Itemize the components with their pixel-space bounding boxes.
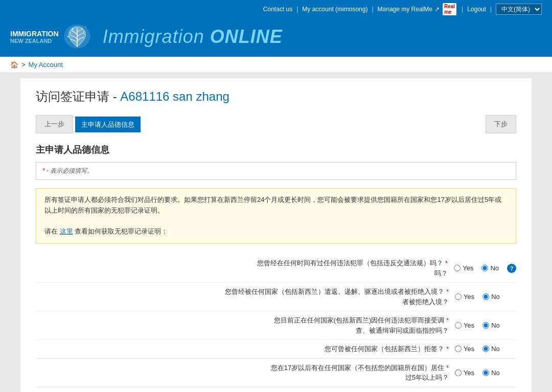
radio-group-5: Yes No	[455, 369, 516, 377]
question-row-2: 您曾经被任何国家（包括新西兰）遣返、递解、驱逐出境或者被拒绝入境？ * 者被拒绝…	[36, 283, 516, 311]
next-step-button[interactable]: 下步	[486, 115, 516, 133]
site-header: IMMIGRATION NEW ZEALAND	[0, 18, 552, 57]
section-title: 主申请人品德信息	[36, 144, 516, 156]
required-marker-1: *	[445, 259, 448, 267]
home-icon[interactable]: 🏠	[10, 61, 18, 68]
svg-point-2	[81, 28, 82, 29]
title-prefix: 访问签证申请	[36, 89, 109, 103]
question-text-5: 您在17岁以后有在任何国家（不包括您的国籍所在国）居住 * 过5年以上吗？	[36, 363, 455, 383]
contact-link[interactable]: Contact us	[263, 6, 292, 13]
info-text-1: 所有签证申请人都必须符合我们对品行的要求。如果您打算在新西兰停留24个月或更长时…	[44, 195, 508, 216]
my-account-link[interactable]: My account (mimosong)	[302, 6, 367, 13]
realme-badge: Realme	[443, 3, 456, 15]
q4-no-label[interactable]: No	[482, 345, 500, 353]
q3-yes-radio[interactable]	[455, 322, 462, 329]
manage-realme-link[interactable]: Manage my RealMe	[378, 6, 432, 13]
asterisk: *	[42, 167, 45, 174]
breadcrumb-separator: >	[21, 61, 26, 68]
q4-no-radio[interactable]	[482, 345, 489, 352]
logo-immigration-text: IMMIGRATION	[10, 30, 59, 38]
question-text-1: 您曾经在任何时间有过任何违法犯罪（包括违反交通法规）吗？ * 吗？	[36, 258, 454, 278]
page-title: 访问签证申请 - A681116 san zhang	[36, 88, 516, 105]
application-id: A681116 san zhang	[120, 89, 229, 103]
q3-no-label[interactable]: No	[482, 321, 500, 329]
q2-no-label[interactable]: No	[482, 293, 500, 301]
breadcrumb: 🏠 > My Account	[0, 57, 552, 73]
question-row-3: 您目前正在任何国家(包括新西兰)因任何违法犯罪而接受调 * 查、被通缉审问或面临…	[36, 311, 516, 340]
site-title: Immigration ONLINE	[103, 26, 283, 48]
q5-yes-radio[interactable]	[455, 370, 462, 376]
question-text-4: 您可曾被任何国家（包括新西兰）拒签？ *	[36, 344, 455, 354]
q1-no-label[interactable]: No	[481, 264, 499, 272]
title-dash: -	[113, 89, 121, 103]
my-account-breadcrumb[interactable]: My Account	[29, 61, 63, 68]
svg-point-1	[72, 29, 73, 30]
info-text-2: 请在 这里 查看如何获取无犯罪记录证明：	[44, 226, 508, 237]
prev-step-button[interactable]: 上一步	[36, 115, 73, 133]
q1-yes-radio[interactable]	[454, 265, 461, 271]
main-content: 访问签证申请 - A681116 san zhang 上一步 主申请人品德信息 …	[20, 78, 532, 392]
svg-point-3	[70, 32, 71, 33]
language-select[interactable]: 中文(简体) English	[496, 4, 542, 15]
radio-group-2: Yes No	[455, 293, 516, 301]
q1-yes-label[interactable]: Yes	[454, 264, 473, 272]
required-marker-3: *	[446, 316, 449, 324]
logo-area: IMMIGRATION NEW ZEALAND	[10, 22, 93, 51]
top-nav-bar: Contact us | My account (mimosong) | Man…	[0, 0, 552, 18]
q3-no-radio[interactable]	[482, 322, 489, 329]
title-online: ONLINE	[210, 26, 283, 47]
q4-yes-label[interactable]: Yes	[455, 345, 474, 353]
q5-no-label[interactable]: No	[482, 369, 500, 377]
external-link-icon: ↗	[434, 6, 440, 13]
q5-yes-label[interactable]: Yes	[455, 369, 474, 377]
info-link[interactable]: 这里	[60, 227, 73, 235]
required-marker-2: *	[446, 288, 449, 295]
svg-point-6	[85, 27, 86, 27]
q3-yes-label[interactable]: Yes	[455, 321, 474, 329]
step-selector-wrapper: 主申请人品德信息	[75, 117, 484, 132]
radio-group-3: Yes No	[455, 321, 516, 329]
question-text-3: 您目前正在任何国家(包括新西兰)因任何违法犯罪而接受调 * 查、被通缉审问或面临…	[36, 315, 455, 335]
q2-yes-radio[interactable]	[455, 293, 462, 300]
step-navigation: 上一步 主申请人品德信息 下步	[36, 115, 516, 133]
required-note: * - 表示必须填写。	[36, 162, 516, 180]
question-row-6: 您在过去的申请中曾经提交过 China 签发的无犯罪记录证明 * 吗？ Yes …	[36, 387, 516, 392]
radio-group-4: Yes No	[455, 345, 516, 353]
title-immigration: Immigration	[103, 26, 210, 47]
svg-point-4	[83, 31, 84, 32]
fern-icon	[62, 22, 93, 51]
question-row-4: 您可曾被任何国家（包括新西兰）拒签？ * Yes No	[36, 340, 516, 359]
info-box: 所有签证申请人都必须符合我们对品行的要求。如果您打算在新西兰停留24个月或更长时…	[36, 188, 516, 244]
q5-no-radio[interactable]	[482, 370, 489, 376]
q1-help-icon[interactable]: ?	[507, 264, 516, 273]
step-selector[interactable]: 主申请人品德信息	[75, 117, 141, 132]
q2-no-radio[interactable]	[482, 293, 489, 300]
q2-yes-label[interactable]: Yes	[455, 293, 474, 301]
question-row-1: 您曾经在任何时间有过任何违法犯罪（包括违反交通法规）吗？ * 吗？ Yes No…	[36, 254, 516, 283]
question-text-2: 您曾经被任何国家（包括新西兰）遣返、递解、驱逐出境或者被拒绝入境？ * 者被拒绝…	[36, 287, 455, 307]
q4-yes-radio[interactable]	[455, 345, 462, 352]
radio-group-1: Yes No ?	[454, 264, 516, 273]
questions-container: 您曾经在任何时间有过任何违法犯罪（包括违反交通法规）吗？ * 吗？ Yes No…	[36, 254, 516, 392]
question-row-5: 您在17岁以后有在任何国家（不包括您的国籍所在国）居住 * 过5年以上吗？ Ye…	[36, 359, 516, 387]
required-text: - 表示必须填写。	[47, 167, 93, 174]
required-marker-4: *	[446, 345, 449, 353]
logo-newzealand-text: NEW ZEALAND	[10, 38, 59, 44]
svg-point-5	[67, 36, 69, 37]
q1-no-radio[interactable]	[481, 265, 488, 271]
logout-link[interactable]: Logout	[467, 6, 486, 13]
required-marker-5: *	[446, 364, 449, 372]
